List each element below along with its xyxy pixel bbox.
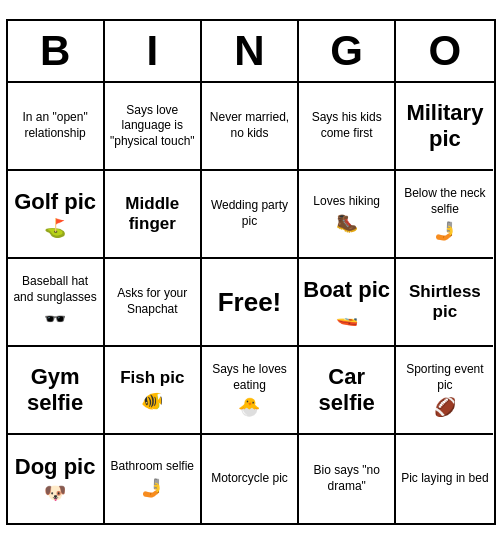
cell-text-small: Says love language is "physical touch"	[109, 103, 196, 150]
bingo-cell-12: Free!	[202, 259, 299, 347]
cell-text-small: Never married, no kids	[206, 110, 293, 141]
bingo-letter-g: G	[299, 21, 396, 81]
bingo-letter-n: N	[202, 21, 299, 81]
cell-emoji: 🕶️	[44, 308, 66, 330]
bingo-cell-23: Bio says "no drama"	[299, 435, 396, 523]
cell-text-small: Baseball hat and sunglasses	[12, 274, 99, 305]
cell-text-large: Military pic	[400, 100, 489, 153]
bingo-cell-1: Says love language is "physical touch"	[105, 83, 202, 171]
cell-text-large: Gym selfie	[12, 364, 99, 417]
cell-text-small: Says he loves eating	[206, 362, 293, 393]
bingo-cell-16: Fish pic🐠	[105, 347, 202, 435]
bingo-cell-8: Loves hiking🥾	[299, 171, 396, 259]
cell-emoji: 🚤	[336, 305, 358, 327]
bingo-cell-17: Says he loves eating🐣	[202, 347, 299, 435]
cell-emoji: 🏈	[434, 396, 456, 418]
bingo-cell-18: Car selfie	[299, 347, 396, 435]
bingo-cell-10: Baseball hat and sunglasses🕶️	[8, 259, 105, 347]
bingo-cell-24: Pic laying in bed	[396, 435, 493, 523]
cell-text-small: Loves hiking	[313, 194, 380, 210]
cell-text-large: Boat pic	[303, 277, 390, 303]
bingo-cell-2: Never married, no kids	[202, 83, 299, 171]
bingo-cell-9: Below the neck selfie🤳	[396, 171, 493, 259]
cell-text-small: Motorcycle pic	[211, 471, 288, 487]
bingo-cell-19: Sporting event pic🏈	[396, 347, 493, 435]
cell-text-medium: Middle finger	[109, 194, 196, 235]
bingo-cell-14: Shirtless pic	[396, 259, 493, 347]
bingo-cell-5: Golf pic⛳	[8, 171, 105, 259]
cell-emoji: 🐣	[238, 396, 260, 418]
bingo-cell-15: Gym selfie	[8, 347, 105, 435]
cell-text-medium: Shirtless pic	[400, 282, 489, 323]
cell-text-large: Golf pic	[14, 189, 96, 215]
bingo-letter-i: I	[105, 21, 202, 81]
bingo-cell-20: Dog pic🐶	[8, 435, 105, 523]
cell-text-small: Says his kids come first	[303, 110, 390, 141]
cell-emoji: 🤳	[141, 477, 163, 499]
cell-text-large: Dog pic	[15, 454, 96, 480]
cell-text-small: Bio says "no drama"	[303, 463, 390, 494]
cell-text-small: Wedding party pic	[206, 198, 293, 229]
bingo-cell-6: Middle finger	[105, 171, 202, 259]
cell-emoji: 🐠	[141, 390, 163, 412]
cell-text-large: Car selfie	[303, 364, 390, 417]
cell-text-small: Asks for your Snapchat	[109, 286, 196, 317]
bingo-letter-o: O	[396, 21, 493, 81]
cell-emoji: ⛳	[44, 217, 66, 239]
cell-text-small: Sporting event pic	[400, 362, 489, 393]
bingo-cell-11: Asks for your Snapchat	[105, 259, 202, 347]
bingo-card: BINGO In an "open" relationshipSays love…	[6, 19, 496, 525]
cell-text-small: Pic laying in bed	[401, 471, 488, 487]
cell-text-medium: Fish pic	[120, 368, 184, 388]
cell-emoji: 🤳	[434, 220, 456, 242]
bingo-cell-4: Military pic	[396, 83, 493, 171]
cell-text-small: In an "open" relationship	[12, 110, 99, 141]
bingo-grid: In an "open" relationshipSays love langu…	[8, 83, 494, 523]
cell-text-small: Below the neck selfie	[400, 186, 489, 217]
bingo-letter-b: B	[8, 21, 105, 81]
cell-emoji: 🥾	[336, 212, 358, 234]
bingo-header: BINGO	[8, 21, 494, 83]
cell-text-small: Bathroom selfie	[111, 459, 194, 475]
bingo-cell-0: In an "open" relationship	[8, 83, 105, 171]
bingo-cell-3: Says his kids come first	[299, 83, 396, 171]
cell-emoji: 🐶	[44, 482, 66, 504]
free-cell-text: Free!	[218, 287, 282, 318]
bingo-cell-7: Wedding party pic	[202, 171, 299, 259]
bingo-cell-13: Boat pic🚤	[299, 259, 396, 347]
bingo-cell-21: Bathroom selfie🤳	[105, 435, 202, 523]
bingo-cell-22: Motorcycle pic	[202, 435, 299, 523]
